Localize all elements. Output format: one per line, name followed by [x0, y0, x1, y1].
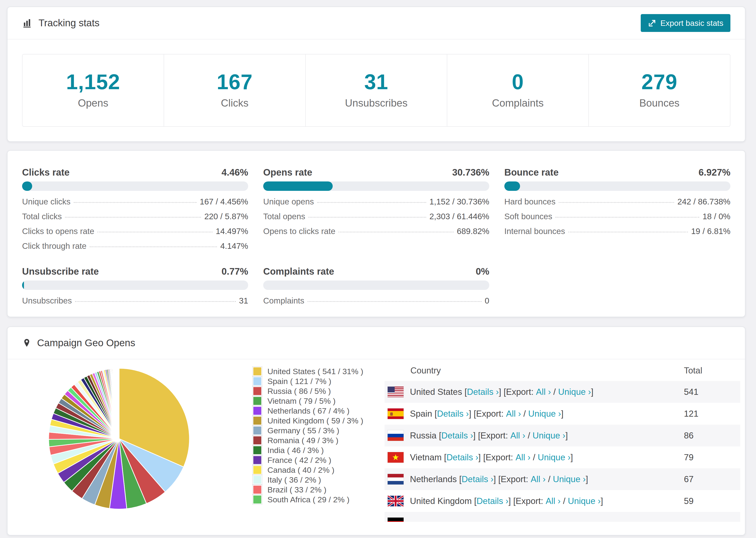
- geo-row-text: ] [Export:: [478, 453, 515, 462]
- geo-row-text: /: [551, 387, 558, 397]
- legend-item-br: Brazil ( 33 / 2% ): [252, 485, 363, 495]
- nl-flag-icon: [387, 474, 404, 485]
- tracking-stats-title: Tracking stats: [22, 17, 99, 28]
- legend-swatch: [252, 376, 262, 386]
- geo-table-row-us: United States [Details ›] [Export: All ›…: [385, 381, 740, 403]
- rate-row-label: Unique clicks: [22, 197, 71, 206]
- geo-row-text: ]: [601, 496, 603, 506]
- export-unique-link[interactable]: Unique ›: [568, 496, 601, 506]
- rate-row-label: Unique opens: [263, 197, 314, 206]
- legend-label: Germany ( 55 / 3% ): [267, 426, 339, 435]
- rate-title: Unsubscribe rate: [22, 266, 99, 277]
- legend-label: France ( 42 / 2% ): [267, 456, 331, 465]
- rate-row: Total opens2,303 / 61.446%: [263, 212, 489, 221]
- map-pin-icon: [22, 338, 31, 348]
- geo-country-name: Spain [: [410, 409, 437, 419]
- export-unique-link[interactable]: Unique ›: [538, 453, 570, 462]
- rate-row: Unique opens1,152 / 30.736%: [263, 197, 489, 206]
- legend-label: Netherlands ( 67 / 4% ): [267, 406, 350, 415]
- rate-row-label: Click through rate: [22, 241, 86, 251]
- geo-row-total: 67: [684, 474, 740, 484]
- rate-row-label: Complaints: [263, 296, 304, 305]
- export-unique-link[interactable]: Unique ›: [532, 431, 566, 441]
- rate-row-value: 242 / 86.738%: [677, 197, 730, 206]
- rate-rows: Unique clicks167 / 4.456%Total clicks220…: [22, 197, 248, 251]
- export-all-link[interactable]: All ›: [515, 453, 531, 462]
- export-all-link[interactable]: All ›: [546, 496, 561, 506]
- legend-swatch: [252, 475, 262, 485]
- rate-title: Clicks rate: [22, 167, 70, 178]
- legend-swatch: [252, 366, 262, 376]
- geo-table-row-partial: [385, 512, 740, 522]
- rate-row-value: 19 / 6.81%: [691, 227, 730, 236]
- rate-panel-complaints-rate: Complaints rate0%Complaints0: [263, 266, 489, 305]
- rate-row: Internal bounces19 / 6.81%: [504, 227, 730, 236]
- stat-label: Clicks: [164, 97, 305, 109]
- geo-row-text: ]: [566, 431, 568, 441]
- rate-row: Soft bounces18 / 0%: [504, 212, 730, 221]
- geo-table-header-total: Total: [684, 366, 740, 376]
- details-link[interactable]: Details ›: [467, 387, 499, 397]
- vn-flag-icon: [387, 452, 404, 463]
- stat-label: Unsubscribes: [306, 97, 447, 109]
- legend-label: Russia ( 86 / 5% ): [267, 387, 331, 396]
- export-unique-link[interactable]: Unique ›: [558, 387, 591, 397]
- details-link[interactable]: Details ›: [461, 474, 494, 484]
- geo-row-country-cell: Russia [Details ›] [Export: All › / Uniq…: [387, 430, 684, 441]
- export-unique-link[interactable]: Unique ›: [528, 409, 561, 419]
- geo-title-text: Campaign Geo Opens: [37, 337, 135, 349]
- stat-box-opens: 1,152Opens: [23, 54, 164, 126]
- geo-table-header: Country Total: [385, 360, 740, 381]
- stat-box-complaints: 0Complaints: [447, 54, 588, 126]
- geo-row-text: ]: [570, 453, 573, 462]
- gb-flag-art: [388, 496, 404, 506]
- geo-row-country-cell: United Kingdom [Details ›] [Export: All …: [387, 496, 684, 507]
- rate-rows: Unsubscribes31: [22, 296, 248, 305]
- geo-table-body: United States [Details ›] [Export: All ›…: [385, 381, 740, 522]
- legend-item-nl: Netherlands ( 67 / 4% ): [252, 406, 363, 416]
- es-flag-icon: [387, 408, 404, 419]
- export-all-link[interactable]: All ›: [511, 431, 525, 441]
- rate-row-value: 0: [485, 296, 489, 305]
- stat-value: 0: [447, 71, 588, 92]
- rate-row-label: Clicks to opens rate: [22, 227, 94, 236]
- details-link[interactable]: Details ›: [437, 409, 469, 419]
- rate-row-value: 31: [239, 296, 248, 305]
- details-link[interactable]: Details ›: [447, 453, 478, 462]
- rate-progress-track: [263, 182, 489, 191]
- legend-swatch: [252, 406, 262, 416]
- geo-content: United States ( 541 / 31% )Spain ( 121 /…: [8, 359, 745, 522]
- rate-row: Click through rate4.147%: [22, 241, 248, 251]
- export-all-link[interactable]: All ›: [506, 409, 521, 419]
- rates-grid: Clicks rate4.46%Unique clicks167 / 4.456…: [22, 167, 730, 305]
- geo-legend: United States ( 541 / 31% )Spain ( 121 /…: [252, 359, 363, 505]
- rate-value: 4.46%: [222, 167, 248, 178]
- rate-progress-fill: [504, 182, 520, 191]
- dotted-leader: [74, 202, 196, 203]
- export-unique-link[interactable]: Unique ›: [553, 474, 586, 484]
- rate-row-value: 18 / 0%: [702, 212, 730, 221]
- dotted-leader: [559, 202, 674, 203]
- export-all-link[interactable]: All ›: [536, 387, 551, 397]
- legend-label: United Kingdom ( 59 / 3% ): [267, 416, 363, 425]
- legend-item-de: Germany ( 55 / 3% ): [252, 426, 363, 435]
- rate-row-label: Soft bounces: [504, 212, 552, 221]
- legend-item-vn: Vietnam ( 79 / 5% ): [252, 396, 363, 406]
- details-link[interactable]: Details ›: [477, 496, 509, 506]
- export-all-link[interactable]: All ›: [531, 474, 546, 484]
- geo-pie-svg: [41, 361, 196, 516]
- legend-label: South Africa ( 29 / 2% ): [267, 495, 350, 504]
- geo-country-name: Vietnam [: [410, 453, 447, 462]
- rate-rows: Unique opens1,152 / 30.736%Total opens2,…: [263, 197, 489, 236]
- geo-country-name: Russia [: [410, 431, 441, 441]
- rate-row-value: 220 / 5.87%: [204, 212, 248, 221]
- export-basic-stats-button[interactable]: Export basic stats: [641, 14, 730, 32]
- dotted-leader: [568, 232, 688, 232]
- details-link[interactable]: Details ›: [441, 431, 473, 441]
- geo-row-total: 59: [684, 496, 740, 506]
- legend-swatch: [252, 416, 262, 426]
- stat-label: Opens: [23, 97, 164, 109]
- legend-item-gb: United Kingdom ( 59 / 3% ): [252, 416, 363, 426]
- rate-panel-bounce-rate: Bounce rate6.927%Hard bounces242 / 86.73…: [504, 167, 730, 251]
- legend-item-za: South Africa ( 29 / 2% ): [252, 495, 363, 505]
